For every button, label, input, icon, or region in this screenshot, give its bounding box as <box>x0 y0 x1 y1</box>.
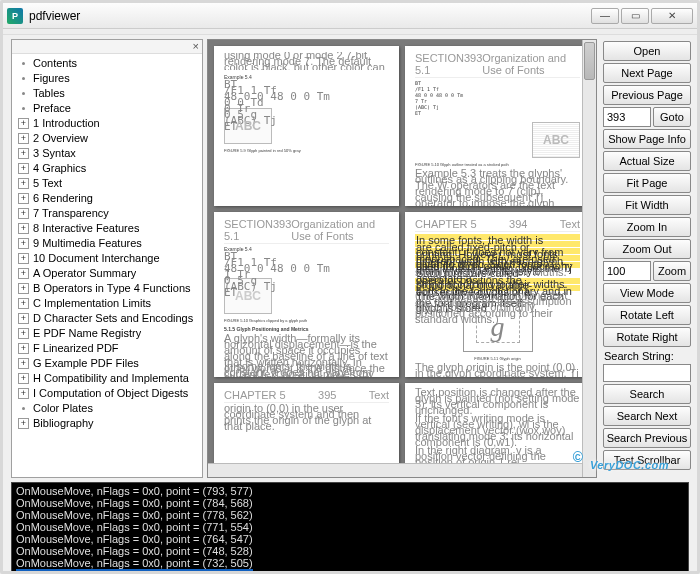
expand-icon[interactable]: + <box>18 118 29 129</box>
page-thumbnail[interactable]: SECTION 5.1393Organization and Use of Fo… <box>214 212 399 377</box>
tree-item[interactable]: +3 Syntax <box>18 146 202 161</box>
show-page-info-button[interactable]: Show Page Info <box>603 129 691 149</box>
highlight: In some fonts, the width is constant; it… <box>415 234 580 240</box>
tree-item[interactable]: +A Operator Summary <box>18 266 202 281</box>
tree-item[interactable]: +F Linearized PDF <box>18 341 202 356</box>
tree-item-label: E PDF Name Registry <box>33 326 141 341</box>
highlight: printing. However, most fonts used for h… <box>415 248 580 254</box>
tree-item[interactable]: +G Example PDF Files <box>18 356 202 371</box>
tree-item-label: 6 Rendering <box>33 191 93 206</box>
tree-item[interactable]: +5 Text <box>18 176 202 191</box>
expand-icon[interactable]: + <box>18 148 29 159</box>
fit-page-button[interactable]: Fit Page <box>603 173 691 193</box>
tree-item[interactable]: +7 Transparency <box>18 206 202 221</box>
expand-icon[interactable]: + <box>18 178 29 189</box>
tree-item[interactable]: +1 Introduction <box>18 116 202 131</box>
view-mode-button[interactable]: View Mode <box>603 283 691 303</box>
tree-item[interactable]: +2 Overview <box>18 131 202 146</box>
search-previous-button[interactable]: Search Previous <box>603 428 691 448</box>
fit-width-button[interactable]: Fit Width <box>603 195 691 215</box>
next-page-button[interactable]: Next Page <box>603 63 691 83</box>
zoom-button[interactable]: Zoom <box>653 261 691 281</box>
expand-icon[interactable]: + <box>18 133 29 144</box>
rotate-left-button[interactable]: Rotate Left <box>603 305 691 325</box>
tree-item[interactable]: +10 Document Interchange <box>18 251 202 266</box>
expand-icon[interactable]: + <box>18 193 29 204</box>
outline-tree[interactable]: × ContentsFiguresTablesPreface+1 Introdu… <box>11 39 203 478</box>
bullet-icon <box>18 73 29 84</box>
expand-icon[interactable]: + <box>18 328 29 339</box>
tree-close-icon[interactable]: × <box>12 40 202 54</box>
tree-item[interactable]: +I Computation of Object Digests <box>18 386 202 401</box>
tree-item-label: 10 Document Interchange <box>33 251 160 266</box>
tree-item-label: 1 Introduction <box>33 116 100 131</box>
scrollbar-thumb[interactable] <box>584 42 595 80</box>
page-thumbnail[interactable]: CHAPTER 5395Text origin to (0,0) in the … <box>214 383 399 471</box>
expand-icon[interactable]: + <box>18 253 29 264</box>
page-thumbnail[interactable]: Text position is changed after the glyph… <box>405 383 590 471</box>
rotate-right-button[interactable]: Rotate Right <box>603 327 691 347</box>
maximize-button[interactable]: ▭ <box>621 8 649 24</box>
page-thumbnail[interactable]: SECTION 5.1393Organization and Use of Fo… <box>405 46 590 206</box>
close-button[interactable]: ✕ <box>651 8 693 24</box>
tree-item[interactable]: +Bibliography <box>18 416 202 431</box>
page-viewer[interactable]: using mode 0 or mode 2 7-bit rendering m… <box>207 39 597 478</box>
tree-item[interactable]: Preface <box>18 101 202 116</box>
open-button[interactable]: Open <box>603 41 691 61</box>
tree-item[interactable]: +4 Graphics <box>18 161 202 176</box>
zoom-out-button[interactable]: Zoom Out <box>603 239 691 259</box>
control-panel: Open Next Page Previous Page Goto Show P… <box>601 35 697 478</box>
app-icon: P <box>7 8 23 24</box>
expand-icon[interactable]: + <box>18 373 29 384</box>
debug-console[interactable]: OnMouseMove, nFlags = 0x0, point = (793,… <box>11 482 689 574</box>
tree-item[interactable]: +B Operators in Type 4 Functions <box>18 281 202 296</box>
console-line: OnMouseMove, nFlags = 0x0, point = (778,… <box>16 509 684 521</box>
abc-figure: ABC <box>532 122 580 158</box>
actual-size-button[interactable]: Actual Size <box>603 151 691 171</box>
search-input[interactable] <box>603 364 691 382</box>
expand-icon[interactable]: + <box>18 298 29 309</box>
page-number-input[interactable] <box>603 107 651 127</box>
horizontal-scrollbar[interactable] <box>208 463 582 477</box>
tree-item[interactable]: Color Plates <box>18 401 202 416</box>
vertical-scrollbar[interactable] <box>582 40 596 477</box>
tree-item[interactable]: +6 Rendering <box>18 191 202 206</box>
previous-page-button[interactable]: Previous Page <box>603 85 691 105</box>
tree-item[interactable]: +E PDF Name Registry <box>18 326 202 341</box>
minimize-button[interactable]: — <box>591 8 619 24</box>
tree-item-label: C Implementation Limits <box>33 296 151 311</box>
expand-icon[interactable]: + <box>18 268 29 279</box>
tree-item-label: G Example PDF Files <box>33 356 139 371</box>
search-next-button[interactable]: Search Next <box>603 406 691 426</box>
zoom-in-button[interactable]: Zoom In <box>603 217 691 237</box>
expand-icon[interactable]: + <box>18 208 29 219</box>
tree-item[interactable]: Contents <box>18 56 202 71</box>
expand-icon[interactable]: + <box>18 283 29 294</box>
bullet-icon <box>18 403 29 414</box>
expand-icon[interactable]: + <box>18 238 29 249</box>
expand-icon[interactable]: + <box>18 313 29 324</box>
console-line-selected[interactable]: OnMouseMove, nFlags = 0x0, point = (720,… <box>16 569 684 574</box>
tree-item[interactable]: +C Implementation Limits <box>18 296 202 311</box>
expand-icon[interactable]: + <box>18 223 29 234</box>
goto-button[interactable]: Goto <box>653 107 691 127</box>
expand-icon[interactable]: + <box>18 343 29 354</box>
tree-item[interactable]: Figures <box>18 71 202 86</box>
test-scrollbar-button[interactable]: Test Scrollbar <box>603 450 691 470</box>
search-button[interactable]: Search <box>603 384 691 404</box>
tree-item[interactable]: +8 Interactive Features <box>18 221 202 236</box>
zoom-input[interactable] <box>603 261 651 281</box>
tree-item[interactable]: +9 Multimedia Features <box>18 236 202 251</box>
tree-item-label: D Character Sets and Encodings <box>33 311 193 326</box>
expand-icon[interactable]: + <box>18 163 29 174</box>
page-thumbnail[interactable]: CHAPTER 5394Text In some fonts, the widt… <box>405 212 590 377</box>
expand-icon[interactable]: + <box>18 358 29 369</box>
tree-item[interactable]: Tables <box>18 86 202 101</box>
expand-icon[interactable]: + <box>18 418 29 429</box>
console-line: OnMouseMove, nFlags = 0x0, point = (784,… <box>16 497 684 509</box>
page-thumbnail[interactable]: using mode 0 or mode 2 7-bit rendering m… <box>214 46 399 206</box>
expand-icon[interactable]: + <box>18 388 29 399</box>
tree-item-label: 8 Interactive Features <box>33 221 139 236</box>
tree-item[interactable]: +D Character Sets and Encodings <box>18 311 202 326</box>
tree-item[interactable]: +H Compatibility and Implementa <box>18 371 202 386</box>
